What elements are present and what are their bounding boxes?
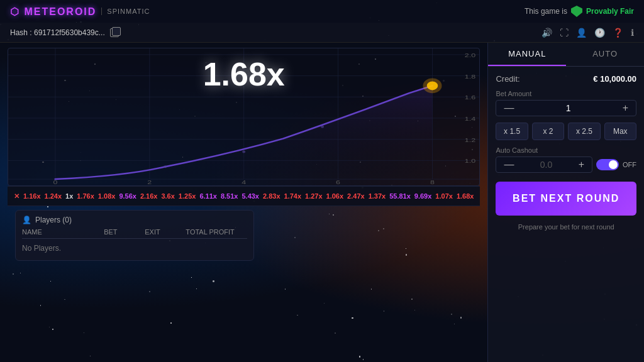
panel-content: Credit: € 10,000.00 Bet Amount — 1 + x 1… — [488, 67, 644, 362]
provably-fair-pre: This game is — [525, 7, 567, 16]
history-item[interactable]: 3.6x — [161, 192, 174, 200]
col-exit: Exit — [145, 228, 186, 236]
svg-text:1.4: 1.4 — [465, 115, 475, 122]
credit-row: Credit: € 10,000.00 — [496, 74, 636, 84]
cashout-plus-button[interactable]: + — [576, 160, 587, 170]
sound-icon[interactable]: 🔊 — [541, 28, 552, 38]
credit-value: € 10,000.00 — [593, 74, 636, 84]
history-item[interactable]: 1.76x — [77, 192, 94, 200]
mult-2-button[interactable]: x 2 — [532, 123, 564, 140]
topbar: ⬡ METEOROID SPINMATIC This game is Prova… — [0, 0, 644, 23]
mult-max-button[interactable]: Max — [604, 123, 636, 140]
svg-text:2: 2 — [147, 178, 152, 185]
history-icon[interactable]: 🕐 — [594, 28, 605, 38]
history-item[interactable]: 1.08x — [98, 192, 116, 200]
bet-amount-label: Bet Amount — [496, 90, 636, 97]
history-item[interactable]: 1.07x — [435, 192, 453, 200]
col-total-profit: Total Profit — [186, 228, 247, 236]
history-item[interactable]: 1.24x — [45, 192, 62, 200]
help-icon[interactable]: ❓ — [613, 28, 623, 38]
svg-point-23 — [164, 165, 167, 168]
content-area: 1.68x — [0, 43, 644, 362]
panel-tabs: MANUAL AUTO — [488, 43, 644, 67]
provably-fair-label: Provably Fair — [586, 7, 634, 16]
cashout-value-display: 0.0 — [516, 160, 575, 170]
shield-icon — [571, 6, 582, 17]
provably-fair-area: This game is Provably Fair — [525, 6, 634, 17]
players-header: 👤 Players (0) — [22, 216, 247, 224]
history-item[interactable]: 1.68x — [457, 192, 474, 200]
tab-manual[interactable]: MANUAL — [488, 43, 566, 66]
history-item[interactable]: 8.51x — [221, 192, 238, 200]
col-name: NAME — [22, 228, 104, 236]
history-item[interactable]: 2.16x — [140, 192, 158, 200]
svg-text:1.6: 1.6 — [465, 94, 475, 101]
players-panel: 👤 Players (0) NAME Bet Exit Total Profit… — [15, 210, 254, 261]
history-item[interactable]: 5.43x — [242, 192, 259, 200]
bet-amount-section: Bet Amount — 1 + — [496, 90, 636, 116]
bet-minus-button[interactable]: — — [501, 103, 516, 113]
toggle-knob — [609, 160, 618, 169]
history-item[interactable]: 1x — [65, 192, 73, 200]
col-bet: Bet — [104, 228, 145, 236]
mult-1-5-button[interactable]: x 1.5 — [496, 123, 528, 140]
user-icon[interactable]: 👤 — [576, 28, 587, 38]
history-item[interactable]: 1.74x — [284, 192, 302, 200]
history-item[interactable]: 6.11x — [199, 192, 217, 200]
toggle-area: OFF — [596, 159, 636, 170]
logo-spinmatic: SPINMATIC — [101, 8, 150, 15]
credit-label: Credit: — [496, 74, 519, 84]
history-item[interactable]: 1.27x — [305, 192, 323, 200]
history-item[interactable]: 55.81x — [389, 192, 411, 200]
bet-input-row: — 1 + — [496, 100, 636, 116]
history-item[interactable]: 2.83x — [263, 192, 280, 200]
history-item[interactable]: 9.69x — [414, 192, 432, 200]
bet-plus-button[interactable]: + — [620, 103, 631, 113]
toggle-label: OFF — [623, 161, 636, 168]
copy-hash-button[interactable] — [110, 28, 119, 37]
history-item[interactable]: 2.47x — [347, 192, 365, 200]
multiplier-display: 1.68x — [203, 55, 285, 93]
svg-text:1.8: 1.8 — [465, 73, 475, 80]
bet-next-round-button[interactable]: BET NEXT ROUND — [496, 182, 636, 216]
history-item[interactable]: 1.16x — [23, 192, 41, 200]
no-players-message: No Players. — [22, 241, 247, 255]
secondbar: Hash : 691712f5630b439c... 🔊 ⛶ 👤 🕐 ❓ ℹ — [0, 23, 644, 43]
svg-text:6: 6 — [336, 178, 340, 185]
history-bar: ✕ 1.16x1.24x1x1.76x1.08x9.56x2.16x3.6x1.… — [8, 186, 480, 206]
prepare-text: Prepare your bet for next round — [496, 223, 636, 231]
hash-label: Hash : 691712f5630b439c... — [10, 28, 105, 37]
info-icon[interactable]: ℹ — [631, 28, 634, 38]
players-icon: 👤 — [22, 216, 31, 224]
cashout-input-row: — 0.0 + — [496, 156, 592, 173]
players-columns: NAME Bet Exit Total Profit — [22, 228, 247, 239]
history-item[interactable]: 1.37x — [369, 192, 386, 200]
hash-area: Hash : 691712f5630b439c... — [10, 28, 119, 37]
tab-auto[interactable]: AUTO — [566, 43, 644, 66]
history-close-icon[interactable]: ✕ — [14, 192, 19, 200]
svg-point-24 — [242, 151, 245, 153]
auto-cashout-section: Auto Cashout — 0.0 + OFF — [496, 146, 636, 173]
fullscreen-icon[interactable]: ⛶ — [560, 28, 569, 38]
cashout-minus-button[interactable]: — — [501, 160, 516, 170]
players-title: Players (0) — [35, 216, 72, 224]
right-panel: MANUAL AUTO Credit: € 10,000.00 Bet Amou… — [487, 43, 644, 362]
history-item[interactable]: 1.25x — [179, 192, 196, 200]
history-item[interactable]: 9.56x — [119, 192, 136, 200]
svg-text:2.0: 2.0 — [465, 52, 475, 58]
svg-text:1.2: 1.2 — [465, 136, 475, 143]
logo-area: ⬡ METEOROID SPINMATIC — [10, 6, 150, 18]
history-item[interactable]: 1.06x — [326, 192, 344, 200]
auto-cashout-label: Auto Cashout — [496, 146, 636, 154]
logo-meteoroid: ⬡ METEOROID — [10, 6, 96, 18]
game-area: 1.68x — [0, 43, 487, 362]
mult-2-5-button[interactable]: x 2.5 — [568, 123, 600, 140]
bet-value-display: 1 — [516, 103, 619, 113]
multiplier-buttons: x 1.5 x 2 x 2.5 Max — [496, 123, 636, 140]
toolbar-icons: 🔊 ⛶ 👤 🕐 ❓ ℹ — [541, 28, 634, 38]
svg-point-27 — [423, 79, 441, 94]
svg-text:4: 4 — [242, 178, 246, 185]
svg-text:1.0: 1.0 — [465, 158, 475, 165]
auto-cashout-toggle[interactable] — [596, 159, 619, 170]
svg-point-25 — [321, 126, 324, 128]
